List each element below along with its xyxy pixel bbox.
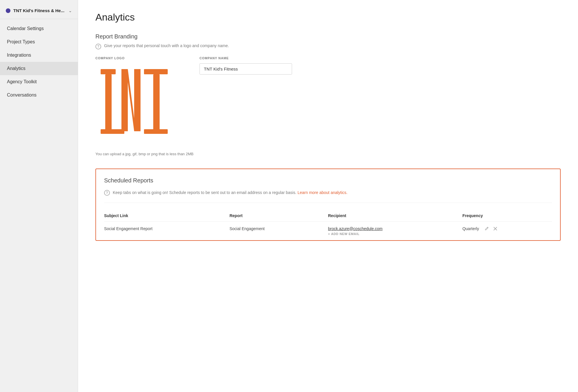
- sidebar-header[interactable]: TNT Kid's Fitness & He... ⌄: [0, 0, 78, 19]
- sidebar-item-integrations[interactable]: Integrations: [0, 49, 78, 62]
- table-row: Social Engagement Report Social Engageme…: [104, 221, 552, 240]
- main-content: Analytics Report Branding ? Give your re…: [78, 0, 578, 392]
- report-branding-hint: ? Give your reports that personal touch …: [95, 43, 561, 49]
- sidebar-nav: Calendar Settings Project Types Integrat…: [0, 19, 78, 392]
- company-name-label: COMPANY NAME: [200, 56, 292, 60]
- col-header-recipient: Recipient: [328, 210, 462, 222]
- edit-icon[interactable]: [484, 226, 489, 231]
- table-header-row: Subject Link Report Recipient Frequency: [104, 210, 552, 222]
- upload-hint-text: You can upload a jpg, gif, bmp or png th…: [95, 151, 561, 157]
- col-header-frequency: Frequency: [462, 210, 552, 222]
- frequency-cell: Quarterly: [462, 226, 552, 231]
- report-subject: Social Engagement Report: [104, 221, 230, 240]
- sidebar-company-name: TNT Kid's Fitness & He...: [13, 8, 66, 13]
- logo-col: COMPANY LOGO: [95, 56, 176, 144]
- scheduled-hint-icon: ?: [104, 190, 110, 196]
- svg-rect-5: [144, 69, 168, 74]
- scheduled-reports-hint: ? Keep tabs on what is going on! Schedul…: [104, 190, 552, 203]
- tnt-logo-svg: [98, 66, 173, 141]
- company-name-input[interactable]: [200, 63, 292, 75]
- scheduled-hint-text: Keep tabs on what is going on! Schedule …: [113, 190, 348, 196]
- company-logo-label: COMPANY LOGO: [95, 56, 176, 60]
- report-type: Social Engagement: [230, 221, 328, 240]
- svg-rect-6: [153, 74, 160, 131]
- page-title: Analytics: [95, 12, 561, 23]
- report-frequency: Quarterly: [462, 221, 552, 240]
- sidebar-item-conversations[interactable]: Conversations: [0, 88, 78, 102]
- sidebar-item-calendar-settings[interactable]: Calendar Settings: [0, 22, 78, 35]
- col-header-subject: Subject Link: [104, 210, 230, 222]
- report-recipient: brock.azure@coschedule.com ADD NEW EMAIL: [328, 221, 462, 240]
- sidebar-item-analytics[interactable]: Analytics: [0, 62, 78, 75]
- scheduled-reports-title: Scheduled Reports: [104, 177, 552, 184]
- svg-rect-8: [144, 129, 168, 134]
- action-icons: [484, 226, 498, 231]
- add-new-email-button[interactable]: ADD NEW EMAIL: [328, 232, 462, 236]
- company-dot-icon: [6, 8, 10, 13]
- svg-rect-1: [105, 74, 112, 131]
- delete-icon[interactable]: [493, 226, 498, 231]
- hint-question-icon: ?: [95, 44, 101, 49]
- col-header-report: Report: [230, 210, 328, 222]
- report-branding-section: Report Branding ? Give your reports that…: [95, 33, 561, 157]
- sidebar: TNT Kid's Fitness & He... ⌄ Calendar Set…: [0, 0, 78, 392]
- reports-table: Subject Link Report Recipient Frequency …: [104, 210, 552, 240]
- svg-rect-4: [134, 69, 141, 131]
- branding-row: COMPANY LOGO: [95, 56, 561, 144]
- company-name-col: COMPANY NAME: [200, 56, 292, 75]
- svg-rect-7: [101, 129, 124, 134]
- frequency-value: Quarterly: [462, 226, 479, 231]
- learn-more-link[interactable]: Learn more about analytics.: [298, 190, 348, 195]
- chevron-down-icon[interactable]: ⌄: [69, 8, 72, 13]
- company-logo-upload[interactable]: [95, 63, 176, 144]
- sidebar-item-agency-toolkit[interactable]: Agency Toolkit: [0, 75, 78, 88]
- report-branding-hint-text: Give your reports that personal touch wi…: [104, 43, 229, 48]
- scheduled-reports-section: Scheduled Reports ? Keep tabs on what is…: [95, 169, 561, 241]
- svg-rect-0: [101, 69, 116, 74]
- report-branding-title: Report Branding: [95, 33, 561, 40]
- recipient-email: brock.azure@coschedule.com: [328, 226, 383, 231]
- sidebar-item-project-types[interactable]: Project Types: [0, 35, 78, 49]
